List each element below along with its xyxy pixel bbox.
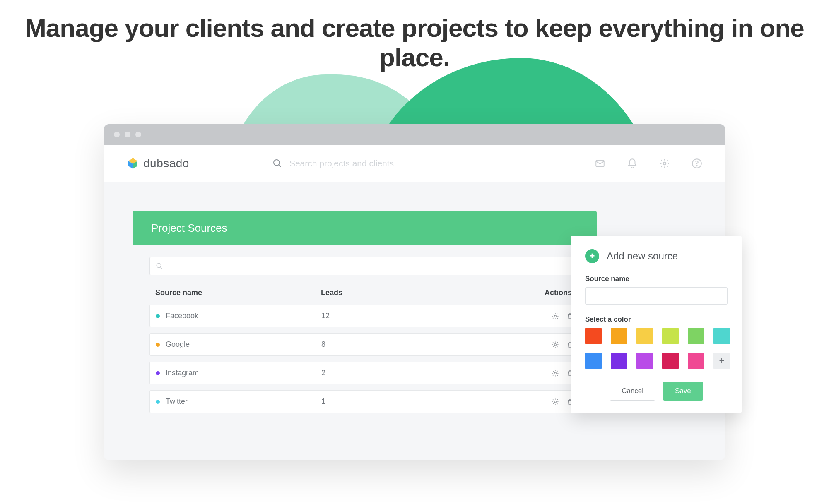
leads-cell: 12: [321, 312, 437, 320]
color-swatch[interactable]: [636, 353, 653, 369]
table-row[interactable]: Google8: [149, 333, 580, 356]
source-name: Facebook: [166, 312, 198, 320]
svg-point-9: [157, 263, 161, 268]
table-search[interactable]: [149, 257, 580, 275]
source-color-dot: [156, 371, 160, 375]
color-swatch[interactable]: [585, 353, 602, 369]
side-panel-title: Add new source: [607, 250, 678, 262]
svg-point-3: [274, 160, 280, 166]
app-header: dubsado: [104, 145, 725, 182]
source-name: Instagram: [166, 369, 199, 377]
content-area: Project Sources Source name Leads Action…: [104, 182, 725, 460]
svg-point-8: [696, 165, 697, 166]
svg-point-13: [554, 372, 557, 374]
color-label: Select a color: [585, 315, 728, 324]
sources-table: Source name Leads Actions Facebook12Goog…: [133, 245, 597, 427]
search-icon: [156, 262, 163, 270]
window-dot: [114, 132, 120, 137]
save-button[interactable]: Save: [663, 382, 703, 401]
plus-icon[interactable]: +: [585, 249, 599, 263]
th-actions: Actions: [437, 288, 574, 297]
search-icon: [272, 158, 283, 169]
table-row[interactable]: Twitter1: [149, 390, 580, 413]
search-input[interactable]: [289, 158, 447, 168]
color-swatch[interactable]: [585, 328, 602, 344]
color-swatch[interactable]: [636, 328, 653, 344]
logo-icon: [127, 157, 139, 170]
source-name-label: Source name: [585, 275, 728, 283]
svg-line-4: [279, 165, 281, 167]
browser-titlebar: [104, 124, 725, 145]
source-cell: Google: [156, 340, 321, 349]
source-color-dot: [156, 343, 160, 347]
color-swatch[interactable]: [713, 328, 730, 344]
gear-icon[interactable]: [552, 370, 559, 377]
add-source-panel: + Add new source Source name Select a co…: [571, 236, 742, 413]
color-swatch[interactable]: [611, 353, 627, 369]
svg-point-6: [663, 162, 666, 165]
color-swatch[interactable]: [611, 328, 627, 344]
th-leads: Leads: [321, 288, 437, 297]
help-icon[interactable]: [692, 158, 702, 169]
window-dot: [125, 132, 130, 137]
mail-icon[interactable]: [595, 158, 605, 169]
leads-cell: 2: [321, 369, 437, 377]
table-row[interactable]: Facebook12: [149, 305, 580, 327]
source-cell: Twitter: [156, 397, 321, 406]
settings-icon[interactable]: [659, 158, 670, 169]
brand-logo[interactable]: dubsado: [127, 157, 189, 170]
th-source: Source name: [155, 288, 321, 297]
color-swatch[interactable]: [688, 353, 704, 369]
panel-title: Project Sources: [133, 211, 597, 245]
leads-cell: 8: [321, 340, 437, 349]
global-search[interactable]: [272, 158, 447, 169]
color-swatch[interactable]: [688, 328, 704, 344]
browser-frame: dubsado Project Sources: [104, 124, 725, 460]
source-color-dot: [156, 400, 160, 404]
source-name-input[interactable]: [585, 287, 728, 305]
window-dot: [135, 132, 141, 137]
source-color-dot: [156, 314, 160, 318]
cancel-button[interactable]: Cancel: [610, 382, 655, 401]
gear-icon[interactable]: [552, 398, 559, 406]
color-swatch[interactable]: [662, 328, 679, 344]
source-cell: Facebook: [156, 312, 321, 320]
add-color-button[interactable]: +: [713, 353, 730, 369]
gear-icon[interactable]: [552, 341, 559, 348]
brand-name: dubsado: [143, 157, 189, 170]
source-cell: Instagram: [156, 369, 321, 377]
svg-line-10: [160, 267, 162, 269]
source-name: Twitter: [166, 397, 188, 406]
source-name: Google: [166, 340, 190, 349]
leads-cell: 1: [321, 397, 437, 406]
table-row[interactable]: Instagram2: [149, 362, 580, 384]
svg-point-12: [554, 343, 557, 346]
bell-icon[interactable]: [627, 158, 638, 169]
svg-point-11: [554, 315, 557, 317]
gear-icon[interactable]: [552, 312, 559, 320]
color-swatch[interactable]: [662, 353, 679, 369]
color-grid: +: [585, 328, 728, 369]
table-header-row: Source name Leads Actions: [149, 285, 580, 305]
svg-point-14: [554, 401, 557, 403]
